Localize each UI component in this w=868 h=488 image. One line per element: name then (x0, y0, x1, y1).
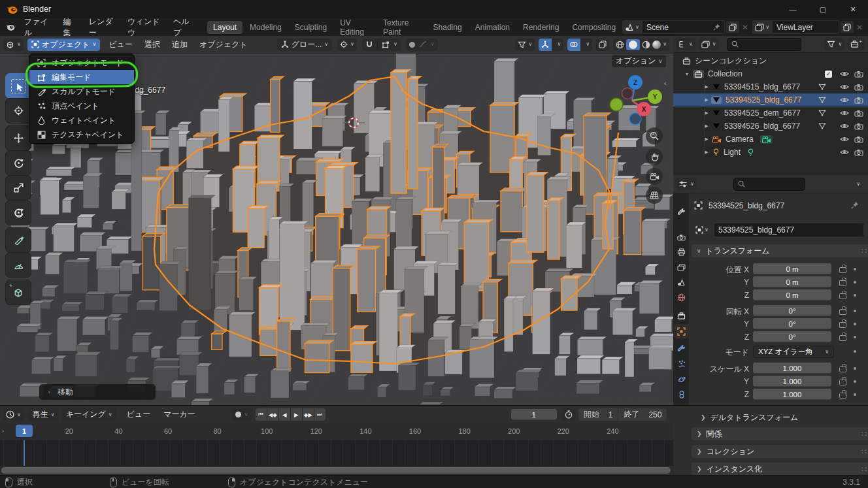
expand-arrow-icon[interactable]: ▶ (703, 84, 710, 89)
xray-toggle[interactable] (596, 39, 609, 51)
editor-type-dropdown[interactable]: ∨ (3, 39, 24, 51)
blender-menu-icon[interactable] (6, 22, 15, 33)
outliner-row-object[interactable]: ▶ 53394525_dem_6677 (673, 106, 868, 120)
transform-value-field[interactable]: 1.000 (753, 363, 831, 374)
hide-eye-icon[interactable] (840, 97, 849, 103)
timeline-tracks[interactable] (0, 440, 673, 466)
tab-tool[interactable] (674, 204, 689, 219)
tab-texture-paint[interactable]: Texture Paint (377, 16, 426, 39)
playhead-frame-badge[interactable]: 1 (16, 425, 33, 437)
jump-to-end-button[interactable]: ⏭ (314, 408, 326, 421)
viewlayer-type-dropdown[interactable]: ∨ (752, 20, 772, 34)
timeline-editor-type-dropdown[interactable]: ∨ (3, 408, 24, 421)
tool-rotate[interactable] (5, 150, 31, 176)
perspective-toggle-button[interactable] (646, 187, 663, 204)
panel-grip[interactable]: ∷∷ (861, 247, 868, 255)
menu-edit[interactable]: 編集 (56, 16, 82, 39)
tool-measure[interactable] (5, 252, 31, 278)
menu-add[interactable]: 追加 (166, 39, 193, 50)
navigation-gizmo[interactable]: Z Y X (605, 69, 670, 131)
outliner-row-object[interactable]: ▶ 53394526_bldg_6677 (673, 120, 868, 133)
animate-dot-icon[interactable] (854, 336, 856, 338)
disable-render-icon[interactable] (854, 84, 863, 91)
transform-value-field[interactable]: 0° (753, 318, 831, 329)
tool-transform[interactable] (5, 200, 31, 225)
disable-render-icon[interactable] (854, 123, 863, 130)
last-operator-panel[interactable]: › 移動 (39, 384, 156, 400)
lock-icon[interactable] (839, 309, 846, 315)
next-keyframe-button[interactable]: ◆▶ (303, 408, 314, 421)
pan-hand-button[interactable] (646, 148, 663, 165)
animate-dot-icon[interactable] (854, 281, 856, 284)
hide-eye-icon[interactable] (840, 149, 849, 155)
new-collection-button[interactable]: + (848, 38, 865, 50)
auto-keying-toggle[interactable]: ∨ (232, 408, 252, 421)
gizmo-icon[interactable] (539, 39, 552, 51)
disable-render-icon[interactable] (854, 149, 863, 156)
solid-shading-icon[interactable] (626, 39, 640, 50)
collapse-arrow-icon[interactable]: ▼ (684, 72, 690, 76)
outliner-row-collection[interactable]: ▼ Collection ✓ (673, 67, 868, 80)
use-preview-range-toggle[interactable] (562, 408, 575, 421)
viewlayer-delete-button[interactable]: ✕ (856, 23, 863, 32)
transform-panel-header[interactable]: ∨ トランスフォーム ∷∷ (692, 244, 868, 257)
disable-render-icon[interactable] (854, 97, 863, 104)
outliner-row-scene-collection[interactable]: シーンコレクション (673, 54, 868, 67)
tab-animation[interactable]: Animation (469, 21, 516, 34)
animate-dot-icon[interactable] (854, 268, 856, 270)
transform-value-field[interactable]: 0 m (753, 263, 831, 274)
hide-eye-icon[interactable] (840, 71, 849, 77)
menu-file[interactable]: ファイル (18, 16, 57, 39)
overlays-icon[interactable] (567, 39, 580, 51)
transform-value-field[interactable]: 0° (753, 331, 831, 342)
object-id-icon[interactable]: ∨ (693, 223, 711, 237)
viewlayer-new-button[interactable] (841, 21, 854, 33)
snap-target-icon[interactable] (382, 41, 390, 48)
close-button[interactable]: ✕ (838, 0, 868, 18)
animate-dot-icon[interactable] (854, 323, 856, 325)
tab-layout[interactable]: Layout (207, 21, 242, 34)
tool-move[interactable] (5, 125, 31, 151)
transform-value-field[interactable]: 1.000 (753, 389, 831, 400)
timeline-ruler[interactable]: › 20406080100120140160180200220240 1 (0, 423, 673, 441)
transform-value-field[interactable]: 0 m (753, 289, 831, 301)
animate-dot-icon[interactable] (854, 294, 856, 297)
panel-grip[interactable]: ∷∷ (861, 447, 868, 456)
tab-sculpting[interactable]: Sculpting (289, 21, 333, 34)
collection-checkbox[interactable]: ✓ (825, 71, 832, 78)
end-frame-field[interactable]: 終了250 (618, 409, 667, 420)
transform-orientation-dropdown[interactable]: グロー...∨ (277, 39, 332, 51)
scene-delete-button[interactable]: ✕ (742, 23, 748, 32)
menu-view[interactable]: ビュー (103, 39, 139, 50)
animate-dot-icon[interactable] (854, 310, 856, 312)
horizontal-scrollbar[interactable] (1, 467, 671, 474)
disable-render-icon[interactable] (854, 71, 863, 78)
tab-compositing[interactable]: Compositing (566, 21, 622, 34)
animate-dot-icon[interactable] (854, 380, 856, 383)
material-shading-icon[interactable] (642, 41, 650, 49)
hide-eye-icon[interactable] (840, 123, 849, 129)
menu-item-texture-paint[interactable]: テクスチャペイント (29, 127, 134, 142)
mode-dropdown[interactable]: オブジェクト∨ (27, 39, 101, 51)
playhead-line[interactable] (24, 440, 25, 466)
tab-output[interactable] (674, 245, 689, 259)
outliner-display-mode-dropdown[interactable]: ∨ (676, 38, 695, 50)
tab-uv-editing[interactable]: UV Editing (334, 16, 376, 39)
outliner-row-object-selected[interactable]: ▶ 53394525_bldg_6677 (673, 93, 868, 106)
properties-editor-type-dropdown[interactable]: ∨ (676, 178, 697, 190)
animate-dot-icon[interactable] (854, 350, 856, 353)
options-dropdown[interactable]: オプション∨ (612, 55, 666, 67)
gizmo-toggle[interactable]: ∨ (539, 39, 563, 51)
lock-icon[interactable] (839, 280, 846, 286)
collections-section[interactable]: ❯ コレクション ∷∷ (692, 445, 868, 458)
disable-render-icon[interactable] (854, 110, 863, 117)
maximize-button[interactable]: ▢ (808, 0, 838, 18)
rotation-mode-dropdown[interactable]: XYZ オイラー角∨ (753, 346, 834, 358)
expand-arrow-icon[interactable]: › (2, 428, 4, 434)
tool-cursor[interactable] (5, 98, 31, 123)
expand-arrow-icon[interactable]: ▶ (703, 137, 710, 142)
tool-scale[interactable] (5, 175, 31, 201)
lock-icon[interactable] (839, 322, 846, 328)
menu-render[interactable]: レンダー (82, 16, 121, 39)
scene-type-dropdown[interactable]: ∨ (622, 20, 642, 34)
